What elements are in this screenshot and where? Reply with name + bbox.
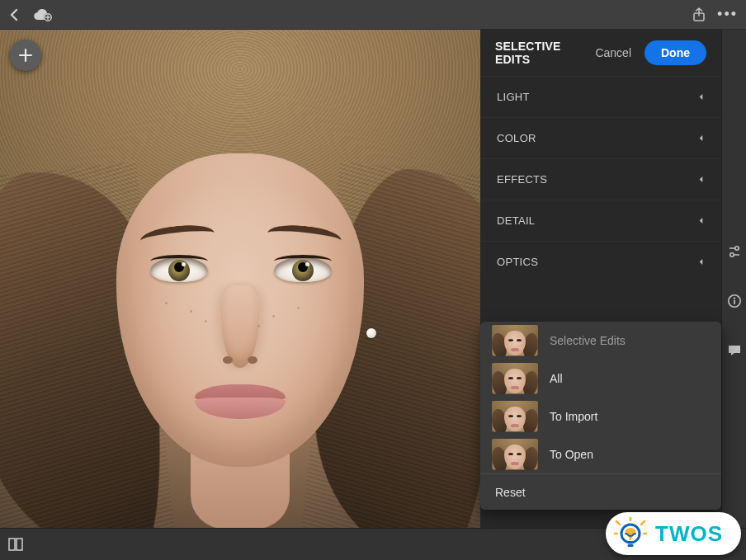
panel-header: SELECTIVE EDITS Cancel Done: [480, 30, 721, 76]
chevron-left-icon: [697, 93, 705, 101]
section-optics[interactable]: OPTICS: [480, 241, 721, 282]
sliders-icon: [727, 244, 742, 259]
cloud-add-icon: [31, 7, 53, 22]
edit-panel: SELECTIVE EDITS Cancel Done LIGHT COLOR …: [480, 30, 721, 528]
more-icon: •••: [717, 6, 738, 23]
chevron-left-icon: [8, 8, 20, 21]
popup-header: Selective Edits: [480, 322, 721, 360]
more-button[interactable]: •••: [717, 6, 738, 23]
popup-header-label: Selective Edits: [550, 334, 626, 347]
twos-text: TWOS: [655, 521, 723, 547]
done-button[interactable]: Done: [644, 40, 706, 65]
popup-reset-label: Reset: [495, 486, 526, 499]
cloud-add-button[interactable]: [31, 7, 53, 22]
section-color[interactable]: COLOR: [480, 117, 721, 158]
popup-item-label: To Open: [550, 448, 593, 461]
copy-settings-popup: Selective Edits All To Import To Open Re…: [480, 322, 721, 510]
thumbnail: [492, 439, 538, 470]
share-icon: [692, 7, 706, 22]
plus-icon: [18, 48, 33, 63]
svg-rect-12: [628, 544, 634, 547]
filmstrip-button[interactable]: [8, 538, 23, 551]
svg-point-4: [729, 253, 733, 256]
right-rail: [721, 30, 746, 528]
svg-point-6: [733, 297, 734, 299]
adjust-tool-button[interactable]: [727, 244, 742, 259]
section-light[interactable]: LIGHT: [480, 76, 721, 117]
info-icon: [727, 294, 742, 308]
popup-item-label: All: [550, 372, 563, 385]
share-button[interactable]: [692, 7, 706, 22]
comments-button[interactable]: [727, 343, 742, 358]
section-label: COLOR: [497, 132, 536, 144]
thumbnail: [492, 401, 538, 432]
svg-rect-9: [17, 539, 22, 550]
info-button[interactable]: [727, 294, 742, 308]
top-toolbar: •••: [0, 0, 746, 30]
section-label: EFFECTS: [497, 173, 547, 186]
thumbnail: [492, 325, 538, 356]
comment-icon: [727, 343, 742, 358]
popup-reset[interactable]: Reset: [480, 473, 721, 510]
chevron-left-icon: [697, 258, 705, 266]
popup-item-to-import[interactable]: To Import: [480, 398, 721, 435]
popup-item-label: To Import: [550, 410, 597, 423]
chevron-left-icon: [697, 217, 705, 224]
cancel-button[interactable]: Cancel: [595, 46, 631, 59]
lightbulb-icon: [614, 517, 647, 550]
section-effects[interactable]: EFFECTS: [480, 158, 721, 200]
section-label: LIGHT: [497, 91, 530, 103]
photo-canvas[interactable]: [0, 30, 480, 528]
svg-rect-7: [734, 300, 735, 304]
svg-point-3: [734, 247, 738, 250]
section-label: DETAIL: [497, 214, 535, 227]
twos-watermark: TWOS: [606, 512, 741, 555]
svg-rect-8: [9, 539, 15, 550]
thumbnail: [492, 363, 538, 394]
section-detail[interactable]: DETAIL: [480, 200, 721, 241]
popup-item-all[interactable]: All: [480, 360, 721, 398]
panel-title: SELECTIVE EDITS: [495, 40, 582, 66]
chevron-left-icon: [697, 134, 705, 142]
back-button[interactable]: [8, 8, 20, 21]
chevron-left-icon: [697, 176, 705, 183]
filmstrip-icon: [8, 538, 23, 551]
section-label: OPTICS: [497, 256, 538, 268]
popup-item-to-open[interactable]: To Open: [480, 435, 721, 473]
add-selection-button[interactable]: [10, 40, 41, 71]
svg-rect-11: [628, 541, 634, 544]
